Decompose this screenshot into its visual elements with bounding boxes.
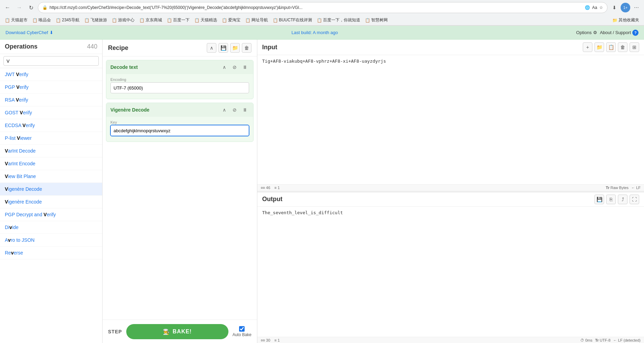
profile-btn[interactable]: 1+: [621, 3, 630, 12]
op-card-decode-text-header: Decode text ∧ ⊘ ⏸: [106, 60, 253, 74]
bookmark-vpw[interactable]: 📋 唯品会: [30, 17, 53, 24]
bookmark-label: 京东商城: [146, 17, 162, 23]
bookmark-label: 游戏中心: [118, 17, 135, 23]
recipe-clear-button[interactable]: 🗑: [242, 43, 251, 53]
browser-actions: ⬇ 1+ ⋯: [610, 3, 641, 12]
sidebar-item-pgp-verify[interactable]: PGP Verify: [0, 81, 102, 94]
recipe-open-button[interactable]: 📁: [230, 43, 240, 53]
bookmark-2345[interactable]: 📋 2345导航: [54, 17, 82, 24]
step-button[interactable]: STEP: [108, 329, 122, 334]
help-icon: ?: [632, 30, 638, 36]
sidebar-item-jwt-verify[interactable]: JWT Verify: [0, 68, 102, 81]
bookmark-icon: 📋: [139, 18, 144, 23]
save-output-button[interactable]: 💾: [594, 195, 604, 204]
sidebar-item-gost-verify[interactable]: GOST Verify: [0, 106, 102, 119]
back-button[interactable]: ←: [3, 3, 12, 12]
sidebar-item-pgp-decrypt-verify[interactable]: PGP Decrypt and Verify: [0, 208, 102, 221]
input-panel: Input + 📁 📋 🗑 ⊞ Tig+AF8-viakubq+AF8-vphr…: [257, 40, 644, 191]
recipe-panel: Recipe ∧ 💾 📁 🗑 Decode text ∧ ⊘ ⏸: [103, 40, 257, 343]
input-title: Input: [262, 44, 277, 51]
sidebar-item-avro-json[interactable]: Avro to JSON: [0, 234, 102, 247]
input-status-left: ¤¤ 46 ≡ 1: [261, 186, 280, 190]
external-output-button[interactable]: ⤴: [618, 195, 627, 204]
options-button[interactable]: Options ⚙: [576, 30, 597, 35]
op-card-controls: ∧ ⊘ ⏸: [220, 63, 249, 71]
bookmark-icon: 📋: [245, 18, 250, 23]
address-bar[interactable]: 🔒 https://ctf.mzy0.com/CyberChef3/#recip…: [38, 2, 608, 13]
bookmark-others[interactable]: 📁 其他收藏夹: [610, 17, 641, 24]
op-vigenere-pause-button[interactable]: ⏸: [241, 106, 249, 114]
input-textarea[interactable]: Tig+AF8-viakubq+AF8-vphrz+AF8-xi+AF8-uay…: [257, 55, 644, 184]
download-link[interactable]: Download CyberChef ⬇: [6, 30, 53, 35]
encoding-input[interactable]: [110, 82, 249, 93]
input-encoding: Tr Raw Bytes: [606, 186, 629, 190]
bookmark-atb[interactable]: 📋 爱淘宝: [220, 17, 243, 24]
recipe-save-button[interactable]: 💾: [218, 43, 228, 53]
sidebar-item-reverse[interactable]: Reverse: [0, 247, 102, 259]
sidebar-item-vigenere-encode[interactable]: Vigenère Encode: [0, 196, 102, 208]
input-grid-button[interactable]: ⊞: [630, 42, 639, 52]
output-content: The_seventh_level_is_difficult: [257, 207, 644, 337]
bookmark-fzly[interactable]: 📋 飞猪旅游: [82, 17, 109, 24]
output-line-count: ≡ 1: [275, 338, 280, 342]
encoding-field-group: Encoding: [110, 77, 249, 93]
clear-input-button[interactable]: 🗑: [618, 42, 627, 52]
op-vigenere-disable-button[interactable]: ⊘: [230, 106, 239, 114]
sidebar-item-varint-decode[interactable]: VarInt Decode: [0, 145, 102, 157]
recipe-collapse-button[interactable]: ∧: [207, 43, 216, 53]
op-vigenere-collapse-button[interactable]: ∧: [220, 106, 228, 114]
search-input[interactable]: [3, 56, 99, 66]
bookmark-wzdh[interactable]: 📋 网址导航: [243, 17, 270, 24]
op-card-vigenere-decode: Vigenère Decode ∧ ⊘ ⏸ Key: [106, 103, 254, 142]
paste-button[interactable]: 📋: [606, 42, 616, 52]
bookmark-yxzx[interactable]: 📋 游戏中心: [110, 17, 137, 24]
download-label: Download CyberChef: [6, 30, 48, 35]
address-text: https://ctf.mzy0.com/CyberChef3/#recipe=…: [50, 5, 583, 10]
bookmark-bdnz[interactable]: 📋 百度一下，你就知道: [315, 17, 362, 24]
sidebar-item-ecdsa-verify[interactable]: ECDSA Verify: [0, 119, 102, 132]
auto-bake-checkbox[interactable]: [239, 326, 245, 332]
op-disable-button[interactable]: ⊘: [230, 63, 239, 71]
bookmark-tmchao[interactable]: 📋 天猫超市: [3, 17, 30, 24]
open-file-button[interactable]: 📁: [594, 42, 604, 52]
input-status-right: Tr Raw Bytes ← LF: [606, 186, 641, 190]
sidebar-item-view-bit-plane[interactable]: View Bit Plane: [0, 170, 102, 183]
sidebar-item-plist-viewer[interactable]: P-list Viewer: [0, 132, 102, 145]
sidebar-item-varint-encode[interactable]: VarInt Encode: [0, 157, 102, 170]
input-actions: + 📁 📋 🗑 ⊞: [583, 42, 639, 52]
bookmark-icon: 📋: [365, 18, 370, 23]
op-card-vigenere-header: Vigenère Decode ∧ ⊘ ⏸: [106, 103, 253, 117]
menu-btn[interactable]: ⋯: [632, 3, 641, 12]
key-label: Key: [110, 120, 249, 124]
extension-btn[interactable]: ⬇: [610, 3, 619, 12]
key-input[interactable]: [110, 125, 249, 136]
translate-icon: 🌐: [585, 5, 590, 10]
forward-button[interactable]: →: [14, 3, 24, 12]
bake-button[interactable]: 👨‍🍳 BAKE!: [126, 324, 228, 339]
bookmark-bdyx[interactable]: 📋 百度一下: [165, 17, 192, 24]
new-input-button[interactable]: +: [583, 42, 592, 52]
sidebar-item-rsa-verify[interactable]: RSA Verify: [0, 94, 102, 106]
expand-output-button[interactable]: ⛶: [630, 195, 639, 204]
tt-icon: Tr: [606, 186, 609, 190]
output-value: The_seventh_level_is_difficult: [262, 210, 343, 215]
op-collapse-button[interactable]: ∧: [220, 63, 228, 71]
bookmark-zhsw[interactable]: 📋 智慧树网: [363, 17, 390, 24]
sidebar-item-vigenere-decode[interactable]: Vigenère Decode: [0, 183, 102, 196]
bookmark-buuctf[interactable]: 📋 BUUCTF在线评测: [271, 17, 314, 24]
output-line-ending: ← LF (detected): [613, 338, 641, 342]
tt-icon-out: Tr: [595, 338, 599, 342]
bookmark-label: BUUCTF在线评测: [279, 17, 312, 23]
bookmark-label: 天猫超市: [11, 17, 28, 23]
copy-output-button[interactable]: ⎘: [606, 195, 616, 204]
sidebar-item-divide[interactable]: Divide: [0, 221, 102, 234]
refresh-button[interactable]: ↻: [26, 3, 36, 12]
op-pause-button[interactable]: ⏸: [241, 63, 249, 71]
about-button[interactable]: About / Support ?: [600, 30, 638, 36]
main-layout: Operations 440 JWT Verify PGP Verify RSA…: [0, 40, 644, 343]
encoding-label: Encoding: [110, 77, 249, 82]
cyberchef-header: Download CyberChef ⬇ Last build: A month…: [0, 26, 644, 40]
bookmark-jdsc[interactable]: 📋 京东商城: [137, 17, 164, 24]
op-card-decode-text: Decode text ∧ ⊘ ⏸ Encoding: [106, 60, 254, 99]
bookmark-tmjx[interactable]: 📋 天猫精选: [192, 17, 219, 24]
